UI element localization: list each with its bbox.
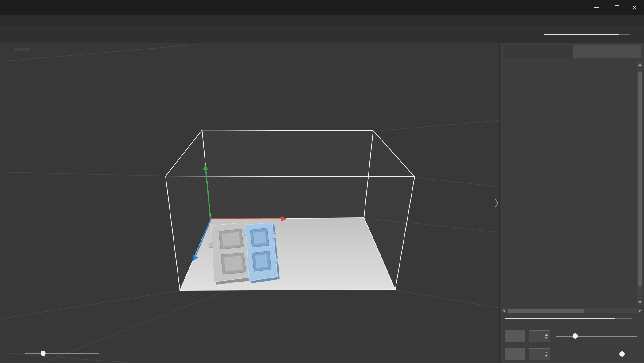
scroll-down-button[interactable] [637, 300, 642, 305]
first-line-slider[interactable] [554, 330, 638, 342]
chevron-right-icon [495, 197, 498, 209]
minimize-button[interactable] [587, 0, 606, 15]
last-line-row [500, 345, 644, 363]
spinner-down-icon[interactable] [545, 337, 548, 339]
close-icon [632, 5, 637, 10]
gcode-horizontal-scrollbar[interactable] [501, 308, 642, 313]
first-line-button[interactable] [505, 330, 525, 342]
window-controls [587, 0, 644, 15]
build-volume [166, 130, 415, 290]
display-mode-group [500, 322, 644, 327]
loading-progress-fill [544, 34, 619, 35]
spinner-up-icon[interactable] [545, 334, 548, 336]
triangle-left-icon [503, 309, 505, 312]
tab-gcode[interactable] [573, 45, 641, 58]
last-line-spinner[interactable] [529, 348, 550, 360]
close-button[interactable] [625, 0, 644, 15]
first-line-slider-thumb[interactable] [573, 333, 578, 339]
gcode-progress-fill [505, 318, 615, 319]
triangle-up-icon [638, 64, 642, 66]
spinner-buttons [544, 352, 550, 357]
horizontal-scroll-track[interactable] [506, 308, 637, 313]
triangle-right-icon [639, 309, 641, 312]
triangle-down-icon [638, 301, 642, 303]
horizontal-scroll-thumb[interactable] [508, 309, 584, 313]
back-wall [202, 130, 373, 219]
model-blue[interactable] [244, 223, 280, 283]
gcode-vertical-scrollbar[interactable] [637, 62, 642, 305]
toolbar [0, 26, 644, 43]
titlebar [0, 0, 644, 15]
tab-model[interactable] [504, 45, 572, 58]
loading-progress-bar [544, 34, 630, 35]
menubar [0, 15, 644, 26]
3d-scene [0, 43, 499, 363]
viewport-3d[interactable] [0, 43, 499, 363]
restore-icon [614, 7, 617, 10]
first-line-slider-track [556, 336, 637, 337]
viewport-zoom-slider[interactable] [25, 353, 99, 354]
viewport-zoom-control [20, 353, 104, 354]
panel-tabbar [500, 43, 644, 58]
scroll-right-button[interactable] [637, 308, 642, 313]
spinner-down-icon[interactable] [545, 355, 548, 357]
loading-group [538, 34, 644, 35]
minimize-icon [594, 7, 599, 8]
vertical-scroll-track[interactable] [637, 67, 642, 300]
first-line-spinner[interactable] [529, 330, 550, 342]
gcode-view [500, 58, 644, 306]
left-tool-panel [15, 48, 29, 51]
right-panel-collapse-handle[interactable] [494, 196, 499, 210]
spinner-up-icon[interactable] [545, 352, 548, 353]
gcode-panel [499, 43, 644, 363]
last-line-button[interactable] [505, 348, 525, 360]
gcode-progress-row [500, 313, 644, 322]
vertical-scroll-thumb[interactable] [638, 72, 642, 286]
first-line-row [500, 327, 644, 345]
gcode-progress-bar[interactable] [505, 318, 632, 319]
spinner-buttons [544, 334, 550, 339]
maximize-button[interactable] [606, 0, 625, 15]
last-line-slider-thumb[interactable] [619, 351, 625, 357]
scroll-left-button[interactable] [501, 308, 506, 313]
last-line-slider[interactable] [554, 348, 638, 360]
scroll-up-button[interactable] [637, 62, 642, 67]
